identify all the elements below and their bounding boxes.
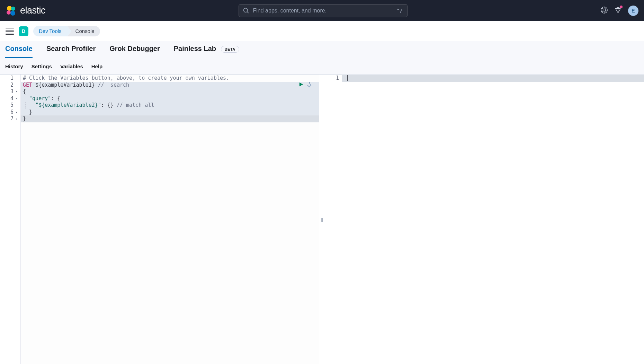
response-gutter: 1 xyxy=(325,75,342,364)
tab-search-profiler[interactable]: Search Profiler xyxy=(46,45,96,58)
code-method: GET xyxy=(23,82,32,88)
code-punct: : {} xyxy=(101,102,117,108)
line-number: 3 xyxy=(10,88,14,95)
sub-tab-history[interactable]: History xyxy=(5,63,23,69)
console-sub-tabs: History Settings Variables Help xyxy=(0,58,644,75)
line-number: 1 xyxy=(10,75,14,82)
code-brace: } xyxy=(23,115,26,122)
app-header: elastic ^/ E xyxy=(0,0,644,21)
search-input[interactable] xyxy=(253,8,392,14)
svg-point-1 xyxy=(11,7,15,11)
elastic-logo-icon xyxy=(6,5,17,16)
svg-point-4 xyxy=(243,8,248,12)
global-search[interactable]: ^/ xyxy=(239,4,408,17)
nav-toggle-icon[interactable] xyxy=(6,28,14,35)
code-brace: } xyxy=(29,109,32,115)
response-code[interactable] xyxy=(342,75,644,364)
request-options-icon[interactable] xyxy=(306,82,312,89)
svg-point-6 xyxy=(603,9,605,11)
code-punct: : { xyxy=(51,95,60,102)
beta-badge: BETA xyxy=(221,46,239,53)
brand-text: elastic xyxy=(20,5,45,16)
user-avatar[interactable]: E xyxy=(628,6,638,16)
line-number: 7 xyxy=(10,115,14,122)
code-brace: { xyxy=(23,88,26,95)
code-comment: // _search xyxy=(98,82,129,88)
code-comment: # Click the Variables button, above, to … xyxy=(23,75,229,81)
line-number: 1 xyxy=(336,75,339,82)
line-number: 4 xyxy=(10,95,14,102)
svg-point-3 xyxy=(10,11,15,16)
notification-badge xyxy=(619,5,623,9)
breadcrumb-console: Console xyxy=(67,26,100,36)
line-number: 6 xyxy=(10,109,14,116)
tab-painless-lab-label: Painless Lab xyxy=(174,45,216,52)
send-request-button[interactable] xyxy=(298,82,304,89)
avatar-initial: E xyxy=(632,8,635,14)
help-icon[interactable] xyxy=(600,6,608,15)
fold-arrow-icon[interactable]: ▴ xyxy=(15,115,18,122)
response-pane: 1 xyxy=(325,75,644,364)
code-key: "query" xyxy=(29,95,51,102)
tab-painless-lab[interactable]: Painless Lab BETA xyxy=(174,45,239,58)
sub-tab-help[interactable]: Help xyxy=(91,63,103,69)
cursor xyxy=(347,75,348,81)
space-selector[interactable]: D xyxy=(19,26,28,36)
fold-arrow-icon[interactable]: ▴ xyxy=(15,109,18,116)
line-number: 5 xyxy=(10,102,14,109)
svg-point-0 xyxy=(7,6,12,11)
code-key: "${exampleVariable2}" xyxy=(35,102,101,108)
request-editor[interactable]: 1 2 3▾ 4▾ 5 6▴ 7▴ # Click the Variables … xyxy=(0,75,319,364)
sub-tab-variables[interactable]: Variables xyxy=(60,63,83,69)
cursor xyxy=(26,116,26,122)
pane-divider[interactable]: || xyxy=(319,75,325,364)
tab-grok-debugger[interactable]: Grok Debugger xyxy=(109,45,160,58)
search-shortcut-hint: ^/ xyxy=(396,8,403,14)
brand-logo[interactable]: elastic xyxy=(6,5,45,16)
main-tabs: Console Search Profiler Grok Debugger Pa… xyxy=(0,41,644,58)
fold-arrow-icon[interactable]: ▾ xyxy=(15,95,18,102)
sub-header: D Dev Tools Console xyxy=(0,21,644,41)
code-comment: // match_all xyxy=(117,102,154,108)
breadcrumb-dev-tools[interactable]: Dev Tools xyxy=(33,26,67,36)
request-gutter: 1 2 3▾ 4▾ 5 6▴ 7▴ xyxy=(0,75,21,364)
sub-tab-settings[interactable]: Settings xyxy=(32,63,52,69)
request-code[interactable]: # Click the Variables button, above, to … xyxy=(21,75,319,364)
tab-console[interactable]: Console xyxy=(5,45,33,58)
fold-arrow-icon[interactable]: ▾ xyxy=(15,88,18,95)
code-path: ${exampleVariable1} xyxy=(32,82,98,88)
editor-area: 1 2 3▾ 4▾ 5 6▴ 7▴ # Click the Variables … xyxy=(0,75,644,364)
line-number: 2 xyxy=(10,82,14,89)
search-icon xyxy=(243,8,249,14)
svg-point-2 xyxy=(7,10,11,15)
newsfeed-icon[interactable] xyxy=(614,6,622,15)
space-initial: D xyxy=(22,28,26,34)
breadcrumb: Dev Tools Console xyxy=(33,26,100,36)
